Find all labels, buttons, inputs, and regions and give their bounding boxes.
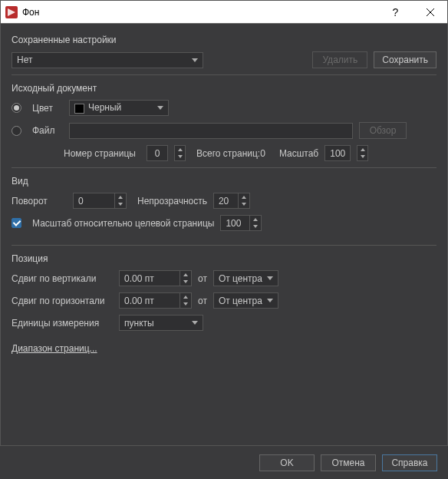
color-value: Черный	[88, 102, 121, 113]
page-number-label: Номер страницы	[64, 148, 140, 159]
color-swatch	[74, 104, 84, 114]
from-label-v: от	[198, 273, 207, 284]
close-button[interactable]	[413, 1, 447, 24]
hfrom-combo[interactable]: От центра	[213, 292, 278, 309]
rotate-label: Поворот	[12, 196, 67, 206]
save-button[interactable]: Сохранить	[374, 51, 436, 68]
position-label: Позиция	[12, 253, 436, 264]
chevron-down-icon	[157, 106, 163, 110]
hoffset-value: 0.00 пт	[124, 296, 180, 306]
scale-stepper[interactable]	[357, 145, 368, 161]
color-label: Цвет	[32, 103, 63, 114]
chevron-down-icon	[192, 58, 198, 62]
dialog-footer: OK Отмена Справка	[0, 445, 448, 479]
close-icon	[427, 8, 434, 16]
file-radio[interactable]	[12, 126, 21, 136]
opacity-value: 20	[219, 196, 238, 206]
page-range-link[interactable]: Диапазон страниц...	[12, 343, 97, 354]
chevron-down-icon	[267, 276, 273, 280]
opacity-label: Непрозрачность	[137, 196, 207, 206]
scale-input[interactable]: 100	[324, 145, 351, 161]
help-button[interactable]: ?	[378, 1, 413, 24]
vfrom-combo[interactable]: От центра	[213, 270, 278, 286]
hoffset-label: Сдвиг по горизонтали	[12, 296, 113, 306]
from-label-h: от	[198, 296, 207, 306]
units-value: пункты	[124, 318, 154, 329]
hoffset-spin[interactable]: 0.00 пт	[119, 292, 192, 309]
window-title: Фон	[22, 7, 378, 18]
ok-button[interactable]: OK	[259, 454, 315, 471]
chevron-down-icon	[267, 299, 273, 302]
scale-label: Масштаб	[279, 148, 318, 159]
total-pages-label: Всего страниц:	[196, 148, 260, 159]
preset-combo[interactable]: Нет	[12, 52, 203, 68]
page-number-stepper[interactable]	[174, 145, 186, 161]
view-label: Вид	[12, 176, 436, 187]
relative-scale-check[interactable]	[12, 218, 21, 228]
rotate-spin[interactable]: 0	[73, 193, 127, 209]
chevron-down-icon	[192, 321, 198, 325]
preset-value: Нет	[17, 55, 32, 65]
source-doc-label: Исходный документ	[12, 83, 436, 94]
browse-button[interactable]: Обзор	[359, 122, 407, 139]
relative-scale-spin[interactable]: 100	[220, 215, 262, 231]
page-number-input[interactable]: 0	[147, 145, 168, 161]
color-radio[interactable]	[12, 103, 21, 113]
relative-scale-value: 100	[226, 218, 249, 229]
file-path-input[interactable]	[69, 123, 353, 139]
relative-scale-label: Масштаб относительно целевой страницы	[32, 218, 214, 229]
cancel-button[interactable]: Отмена	[321, 454, 376, 471]
color-combo[interactable]: Черный	[69, 100, 169, 116]
file-label: Файл	[32, 125, 63, 136]
units-label: Единицы измерения	[12, 318, 113, 329]
voffset-spin[interactable]: 0.00 пт	[119, 270, 192, 286]
total-pages-value: 0	[260, 148, 265, 159]
rotate-value: 0	[78, 196, 114, 206]
units-combo[interactable]: пункты	[119, 315, 203, 331]
app-icon	[5, 6, 18, 18]
delete-button[interactable]: Удалить	[312, 51, 367, 68]
saved-settings-label: Сохраненные настройки	[12, 35, 436, 45]
hfrom-value: От центра	[219, 296, 262, 306]
titlebar: Фон ?	[1, 1, 447, 24]
vfrom-value: От центра	[219, 273, 262, 284]
voffset-label: Сдвиг по вертикали	[12, 273, 113, 284]
opacity-spin[interactable]: 20	[213, 193, 250, 209]
voffset-value: 0.00 пт	[124, 273, 180, 284]
help-button-footer[interactable]: Справка	[382, 454, 437, 471]
